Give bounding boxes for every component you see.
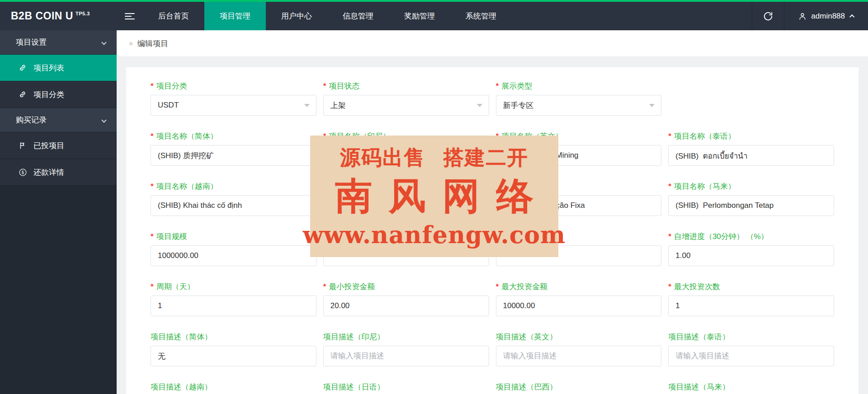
field-input[interactable] <box>668 195 834 216</box>
user-menu[interactable]: admin888 <box>784 2 868 30</box>
nav-tab-label: 系统管理 <box>466 11 496 21</box>
top-navbar: B2B COIN U TP5.3 后台首页项目管理用户中心信息管理奖励管理系统管… <box>0 2 868 30</box>
field-input[interactable] <box>668 296 834 316</box>
field-input[interactable] <box>151 145 316 166</box>
field-label: 项目名称（泰语） <box>674 132 736 140</box>
sidebar-item-label: 项目列表 <box>33 63 64 73</box>
form-field: *展示类型 <box>496 81 662 116</box>
field-label: 最大投资金额 <box>501 282 547 290</box>
field-input[interactable] <box>668 145 834 166</box>
form-field: * <box>668 81 834 116</box>
required-asterisk: * <box>668 182 671 190</box>
breadcrumb-separator-icon: » <box>129 39 133 47</box>
form-field: *项目规模 <box>151 231 316 266</box>
form-field: *周期（天） <box>151 281 316 316</box>
sidebar-item-label: 项目分类 <box>33 89 64 100</box>
field-label: 项目描述（越南） <box>151 383 212 390</box>
form-field: *项目名称（泰语） <box>668 131 834 166</box>
form-field: *最大投资金额 <box>496 281 662 316</box>
refresh-icon <box>763 11 773 21</box>
form-field: *项目名称（简体） <box>151 131 316 166</box>
sidebar-item-购买记录[interactable]: 购买记录 <box>0 108 117 132</box>
field-label: 最小投资金额 <box>329 282 375 290</box>
nav-tab-label: 用户中心 <box>281 11 312 21</box>
field-select[interactable] <box>496 95 662 116</box>
required-asterisk: * <box>151 182 154 190</box>
dollar-icon: $ <box>18 168 27 177</box>
sidebar-item-已投项目[interactable]: 已投项目 <box>0 132 117 159</box>
field-label: 自增进度（30分钟） （%） <box>674 232 769 240</box>
sidebar-item-label: 已投项目 <box>33 141 64 151</box>
field-input[interactable] <box>323 346 489 366</box>
app-logo-text: B2B COIN U <box>11 10 73 22</box>
navbar-right: admin888 <box>752 2 868 30</box>
sidebar-item-项目分类[interactable]: 项目分类 <box>0 81 117 108</box>
nav-tab[interactable]: 奖励管理 <box>389 2 450 30</box>
field-input[interactable] <box>151 245 316 266</box>
form-field: *项目描述（越南） <box>151 382 316 394</box>
chevron-down-icon <box>304 104 310 107</box>
required-asterisk: * <box>668 232 671 240</box>
nav-tab-label: 奖励管理 <box>404 11 435 21</box>
form-field: *项目名称（马来） <box>668 181 834 216</box>
chevron-up-icon <box>849 14 854 19</box>
required-asterisk: * <box>668 132 671 140</box>
sidebar-item-项目列表[interactable]: 项目列表 <box>0 55 117 81</box>
chevron-down-icon <box>101 40 106 45</box>
nav-tab[interactable]: 系统管理 <box>450 2 512 30</box>
field-label: 项目描述（简体） <box>151 333 212 340</box>
nav-tab-label: 项目管理 <box>220 11 250 21</box>
form-field: *项目描述（日语） <box>323 382 489 394</box>
required-asterisk: * <box>151 132 154 140</box>
field-label: 项目描述（印尼） <box>323 333 385 340</box>
required-asterisk: * <box>323 282 326 290</box>
field-input[interactable] <box>151 346 316 366</box>
sidebar-item-label: 还款详情 <box>33 167 64 178</box>
field-select[interactable] <box>323 95 489 116</box>
chevron-down-icon <box>477 104 482 107</box>
top-nav-tabs: 后台首页项目管理用户中心信息管理奖励管理系统管理 <box>143 2 512 30</box>
form-field: *最大投资次数 <box>668 281 834 316</box>
field-input[interactable] <box>323 296 489 316</box>
sidebar-toggle-button[interactable] <box>117 2 143 30</box>
chevron-down-icon <box>101 117 106 122</box>
app-logo: B2B COIN U TP5.3 <box>0 2 117 30</box>
vendor-watermark-overlay: 源码出售 搭建二开 南 风 网 络 www.nanfengw.com <box>310 136 558 257</box>
watermark-line-1: 源码出售 搭建二开 <box>340 144 528 171</box>
watermark-line-2: 南 风 网 络 <box>335 178 533 215</box>
refresh-button[interactable] <box>752 2 784 30</box>
required-asterisk: * <box>151 232 154 240</box>
field-label: 项目规模 <box>156 232 187 240</box>
required-asterisk: * <box>151 282 154 290</box>
field-input[interactable] <box>151 195 316 216</box>
field-input[interactable] <box>668 346 834 366</box>
form-field: *项目描述（英文） <box>496 332 662 366</box>
field-input[interactable] <box>151 296 316 316</box>
link-icon <box>18 90 27 99</box>
sidebar: 项目设置 项目列表 项目分类 购买记录 已投项目 $ 还款详情 <box>0 30 117 394</box>
field-input[interactable] <box>496 346 662 366</box>
nav-tab-label: 后台首页 <box>158 11 189 21</box>
field-label: 项目名称（马来） <box>674 182 736 190</box>
required-asterisk: * <box>496 82 499 89</box>
form-field: *项目状态 <box>323 81 489 116</box>
field-label: 展示类型 <box>501 82 532 89</box>
username: admin888 <box>811 12 845 21</box>
sidebar-item-还款详情[interactable]: $ 还款详情 <box>0 159 117 186</box>
sidebar-item-项目设置[interactable]: 项目设置 <box>0 30 117 55</box>
field-select[interactable] <box>151 95 316 116</box>
nav-tab[interactable]: 项目管理 <box>204 2 266 30</box>
field-input[interactable] <box>496 296 662 316</box>
nav-tab[interactable]: 后台首页 <box>143 2 204 30</box>
form-field: *项目描述（马来） <box>668 382 834 394</box>
sidebar-item-label: 项目设置 <box>16 37 47 47</box>
field-label: 周期（天） <box>156 282 195 290</box>
nav-tab[interactable]: 用户中心 <box>266 2 327 30</box>
chevron-down-icon <box>649 104 655 107</box>
form-field: *项目描述（简体） <box>151 332 316 366</box>
link-icon <box>18 63 27 72</box>
nav-tab[interactable]: 信息管理 <box>327 2 389 30</box>
field-label: 项目状态 <box>329 82 359 89</box>
app-logo-version: TP5.3 <box>75 11 90 16</box>
field-input[interactable] <box>668 245 834 266</box>
